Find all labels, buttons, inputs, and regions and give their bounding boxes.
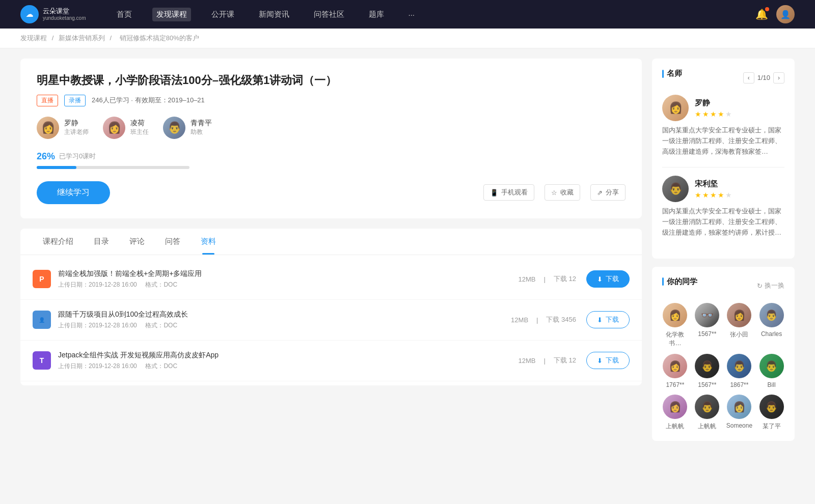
classmate-avatar-5[interactable]: 👨 [695, 354, 719, 378]
file-icon-0: P [33, 270, 51, 288]
teachers-title: 名师 [662, 69, 682, 78]
file-name-2: Jetpack全组件实战 开发短视频应用高仿皮皮虾App [58, 351, 519, 360]
classmate-avatar-3[interactable]: 👨 [759, 303, 784, 327]
file-icon-2: T [33, 351, 51, 370]
classmate-avatar-9[interactable]: 👨 [695, 395, 719, 419]
classmate-avatar-8[interactable]: 👩 [663, 395, 687, 419]
nav-qa[interactable]: 问答社区 [310, 8, 348, 21]
classmate-avatar-6[interactable]: 👨 [727, 354, 751, 378]
refresh-classmates-btn[interactable]: ↻ 换一换 [757, 281, 784, 290]
teacher-avatar-0[interactable]: 👩 [662, 95, 689, 121]
tab-comments[interactable]: 评论 [119, 229, 155, 255]
teacher-item-1: 👨 宋利坚 ★ ★ ★ ★ ★ 国内某重点大学安全工程专业硕士，国家一级注册消防… [662, 176, 784, 238]
nav-more[interactable]: ··· [404, 8, 419, 21]
nav-open[interactable]: 公开课 [207, 8, 238, 21]
classmate-avatar-4[interactable]: 👩 [663, 354, 687, 378]
nav-discover[interactable]: 发现课程 [152, 8, 191, 21]
course-meta-text: 246人已学习 · 有效期至：2019–10–21 [92, 96, 205, 105]
teacher-stars-0: ★ ★ ★ ★ ★ [695, 110, 732, 118]
download-icon-0: ⬇ [597, 275, 603, 283]
breadcrumb-current: 销冠修炼术搞定80%的客户 [120, 34, 199, 42]
classmate-name-5: 1567** [698, 381, 716, 388]
logo[interactable]: ☁ 云朵课堂 yunduoketang.com [20, 5, 86, 23]
classmate-name-7: Bill [768, 381, 776, 388]
instructor-avatar-0[interactable]: 👩 [37, 117, 59, 139]
download-button-1[interactable]: ⬇ 下载 [586, 311, 630, 328]
tab-intro[interactable]: 课程介绍 [33, 229, 84, 255]
classmate-6: 👨 1867** [726, 354, 752, 388]
file-item-0: P 前端全栈加强版！前端全栈+全周期+多端应用 上传日期：2019-12-28 … [20, 259, 642, 300]
classmate-5: 👨 1567** [694, 354, 720, 388]
star-icon: ☆ [551, 189, 557, 197]
collect-button[interactable]: ☆ 收藏 [545, 184, 580, 201]
file-stats-1: 12MB | 下载 3456 [511, 315, 576, 324]
mobile-watch-button[interactable]: 📱 手机观看 [483, 184, 534, 201]
instructor-0: 👩 罗静 主讲老师 [37, 117, 89, 139]
nav-home[interactable]: 首页 [113, 8, 136, 21]
file-info-0: 前端全栈加强版！前端全栈+全周期+多端应用 上传日期：2019-12-28 16… [58, 269, 519, 289]
classmate-avatar-10[interactable]: 👩 [727, 395, 751, 419]
action-icons: 📱 手机观看 ☆ 收藏 ⇗ 分享 [483, 184, 626, 201]
tab-qa[interactable]: 问答 [155, 229, 191, 255]
teacher-header-0: 👩 罗静 ★ ★ ★ ★ ★ [662, 95, 784, 121]
classmate-avatar-2[interactable]: 👩 [727, 303, 751, 327]
breadcrumb-series[interactable]: 新媒体营销系列 [59, 34, 105, 42]
instructors: 👩 罗静 主讲老师 👩 凌荷 班主任 [37, 117, 626, 139]
download-button-2[interactable]: ⬇ 下载 [586, 352, 630, 369]
tab-catalog[interactable]: 目录 [84, 229, 119, 255]
tab-materials[interactable]: 资料 [191, 229, 226, 255]
teacher-info-1: 宋利坚 ★ ★ ★ ★ ★ [695, 179, 732, 199]
classmate-avatar-1[interactable]: 👓 [695, 303, 719, 327]
tabs-card: 课程介绍 目录 评论 问答 资料 P 前端全栈加强版！前端全栈+全周期+多端应用… [20, 229, 642, 385]
classmate-7: 👨 Bill [758, 354, 784, 388]
classmates-header: 你的同学 ↻ 换一换 [662, 277, 784, 295]
classmate-name-2: 张小田 [730, 330, 748, 339]
continue-button[interactable]: 继续学习 [37, 181, 110, 204]
nav-quiz[interactable]: 题库 [365, 8, 388, 21]
download-button-0[interactable]: ⬇ 下载 [586, 270, 630, 288]
teachers-next-btn[interactable]: › [773, 72, 784, 83]
classmates-grid: 👩 化学教书… 👓 1567** 👩 张小田 [662, 303, 784, 431]
breadcrumb-discover[interactable]: 发现课程 [20, 34, 47, 42]
classmate-avatar-7[interactable]: 👨 [759, 354, 784, 378]
instructor-avatar-1[interactable]: 👩 [103, 117, 125, 139]
file-stats-2: 12MB | 下载 12 [519, 356, 576, 365]
classmate-name-0: 化学教书… [662, 330, 688, 348]
notification-bell[interactable]: 🔔 [755, 8, 768, 20]
classmate-3: 👨 Charles [758, 303, 784, 348]
file-meta-0: 上传日期：2019-12-28 16:00 格式：DOC [58, 281, 519, 289]
teachers-prev-btn[interactable]: ‹ [743, 72, 754, 83]
course-header-card: 明星中教授课，小学阶段语法100分–强化级第1讲动词（一） 直播 录播 246人… [20, 59, 642, 218]
nav-news[interactable]: 新闻资讯 [255, 8, 293, 21]
classmate-avatar-11[interactable]: 👨 [759, 395, 784, 419]
classmates-card: 你的同学 ↻ 换一换 👩 化学教书… 👓 1 [652, 267, 795, 441]
classmate-1: 👓 1567** [694, 303, 720, 348]
classmate-2: 👩 张小田 [726, 303, 752, 348]
progress-label: 26% 已学习0课时 [37, 151, 626, 162]
classmate-9: 👨 上帆帆 [694, 395, 720, 431]
teacher-header-1: 👨 宋利坚 ★ ★ ★ ★ ★ [662, 176, 784, 202]
classmate-8: 👩 上帆帆 [662, 395, 688, 431]
instructor-1: 👩 凌荷 班主任 [103, 117, 149, 139]
instructor-info-2: 青青平 助教 [191, 119, 212, 136]
instructor-avatar-2[interactable]: 👨 [163, 117, 185, 139]
classmate-avatar-0[interactable]: 👩 [663, 303, 687, 327]
instructor-2: 👨 青青平 助教 [163, 117, 212, 139]
file-stats-0: 12MB | 下载 12 [519, 274, 576, 284]
main-container: 明星中教授课，小学阶段语法100分–强化级第1讲动词（一） 直播 录播 246人… [0, 48, 815, 459]
tabs-header: 课程介绍 目录 评论 问答 资料 [20, 229, 642, 255]
download-icon-1: ⬇ [597, 316, 603, 324]
share-button[interactable]: ⇗ 分享 [590, 184, 626, 201]
file-list: P 前端全栈加强版！前端全栈+全周期+多端应用 上传日期：2019-12-28 … [20, 255, 642, 385]
teacher-avatar-1[interactable]: 👨 [662, 176, 689, 202]
tag-live: 直播 [37, 95, 58, 106]
file-item-2: T Jetpack全组件实战 开发短视频应用高仿皮皮虾App 上传日期：2019… [20, 341, 642, 381]
instructor-role-1: 班主任 [130, 128, 149, 136]
breadcrumb: 发现课程 / 新媒体营销系列 / 销冠修炼术搞定80%的客户 [0, 29, 815, 48]
user-avatar-nav[interactable]: 👤 [776, 5, 795, 23]
action-row: 继续学习 📱 手机观看 ☆ 收藏 ⇗ 分享 [37, 181, 626, 204]
teacher-name-0: 罗静 [695, 98, 732, 108]
classmate-0: 👩 化学教书… [662, 303, 688, 348]
file-name-1: 跟随千万级项目从0到100全过程高效成长 [58, 310, 511, 319]
bell-dot [765, 7, 769, 11]
